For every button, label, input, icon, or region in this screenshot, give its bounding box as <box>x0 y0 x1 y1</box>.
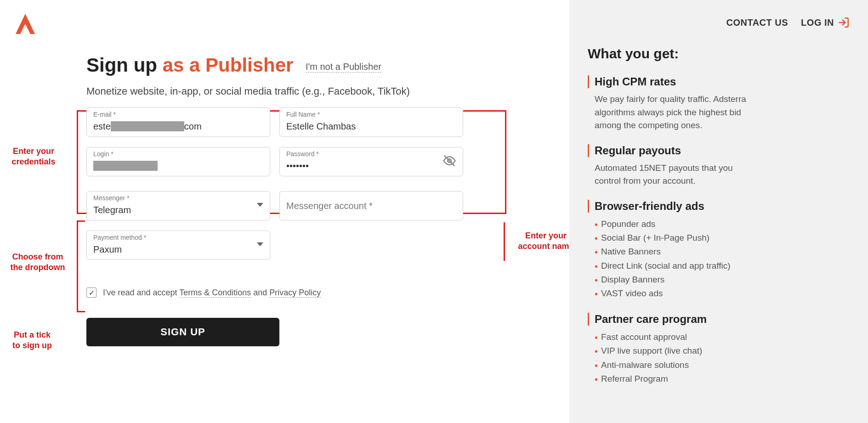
password-label: Password * <box>286 150 319 158</box>
eye-off-icon[interactable] <box>443 154 456 169</box>
title-accent: as a Publisher <box>163 54 294 76</box>
list-item: VAST video ads <box>595 287 850 300</box>
login-redacted <box>93 161 158 171</box>
benefit-payouts: Regular payouts Automated 15NET payouts … <box>588 144 850 188</box>
benefit-title: Partner care program <box>588 313 850 326</box>
password-field[interactable]: Password * ••••••• <box>279 147 463 176</box>
privacy-policy-link[interactable]: Privacy Policy <box>269 288 321 298</box>
messenger-select[interactable]: Messenger * Telegram <box>86 191 270 220</box>
page-subtitle: Monetize website, in-app, or social medi… <box>86 85 500 97</box>
benefit-ads: Browser-friendly ads Popunder ads Social… <box>588 200 850 301</box>
messenger-account-field[interactable]: Messenger account * <box>279 191 463 220</box>
email-label: E-mail * <box>93 111 116 118</box>
email-field[interactable]: E-mail * estecom <box>86 107 270 137</box>
list-item: Anti-malware solutions <box>595 358 850 372</box>
terms-conditions-link[interactable]: Terms & Conditions <box>179 288 251 298</box>
annotation-credentials: Enter your credentials <box>4 146 63 168</box>
annotation-bracket-dropdown <box>77 220 85 312</box>
benefit-desc: We pay fairly for quality traffic. Adste… <box>588 93 753 132</box>
page-title: Sign up as a Publisher <box>86 54 293 76</box>
password-value: ••••••• <box>286 160 456 171</box>
payment-label: Payment method * <box>93 234 146 241</box>
login-field[interactable]: Login * <box>86 147 270 176</box>
login-link[interactable]: LOG IN <box>801 17 850 28</box>
annotation-dropdown: Choose from the dropdown <box>1 252 74 273</box>
login-label: LOG IN <box>801 17 834 28</box>
list-item: Referral Program <box>595 372 850 386</box>
email-suffix: com <box>184 121 202 132</box>
messenger-value: Telegram <box>93 204 263 215</box>
login-label: Login * <box>93 150 113 158</box>
terms-row: ✓ I've read and accept Terms & Condition… <box>86 288 500 298</box>
list-item: Display Banners <box>595 273 850 287</box>
annotation-bracket-account <box>504 222 505 261</box>
list-item: Popunder ads <box>595 217 850 231</box>
chevron-down-icon <box>257 241 263 249</box>
signup-button[interactable]: SIGN UP <box>86 318 279 346</box>
email-prefix: este <box>93 121 111 132</box>
login-icon <box>838 17 850 28</box>
list-item: Social Bar (+ In-Page Push) <box>595 231 850 245</box>
benefit-desc: Automated 15NET payouts that you control… <box>588 162 753 188</box>
benefit-title: Regular payouts <box>588 144 850 157</box>
switch-role-link[interactable]: I'm not a Publisher <box>306 62 381 73</box>
terms-checkbox[interactable]: ✓ <box>86 288 96 298</box>
benefit-partner-care: Partner care program Fast account approv… <box>588 313 850 386</box>
logo[interactable] <box>13 12 38 37</box>
list-item: VIP live support (live chat) <box>595 344 850 358</box>
messenger-label: Messenger * <box>93 194 130 202</box>
list-item: Direct Link (social and app traffic) <box>595 259 850 273</box>
benefit-high-cpm: High CPM rates We pay fairly for quality… <box>588 75 850 132</box>
terms-text-mid: and <box>251 288 269 297</box>
payment-method-select[interactable]: Payment method * Paxum <box>86 231 270 260</box>
benefit-title: Browser-friendly ads <box>588 200 850 213</box>
title-prefix: Sign up <box>86 54 163 76</box>
terms-text-prefix: I've read and accept <box>103 288 179 297</box>
contact-us-link[interactable]: CONTACT US <box>726 17 788 28</box>
messenger-account-placeholder: Messenger account * <box>280 192 463 220</box>
email-redacted <box>111 121 184 131</box>
chevron-down-icon <box>257 202 263 210</box>
payment-value: Paxum <box>93 244 263 255</box>
list-item: Fast account approval <box>595 330 850 344</box>
list-item: Native Banners <box>595 245 850 259</box>
fullname-label: Full Name * <box>286 111 320 118</box>
sidebar-heading: What you get: <box>588 46 850 62</box>
fullname-value: Estelle Chambas <box>286 121 456 132</box>
benefit-title: High CPM rates <box>588 75 850 88</box>
annotation-tick: Put a tick to sign up <box>5 330 60 351</box>
fullname-field[interactable]: Full Name * Estelle Chambas <box>279 107 463 137</box>
